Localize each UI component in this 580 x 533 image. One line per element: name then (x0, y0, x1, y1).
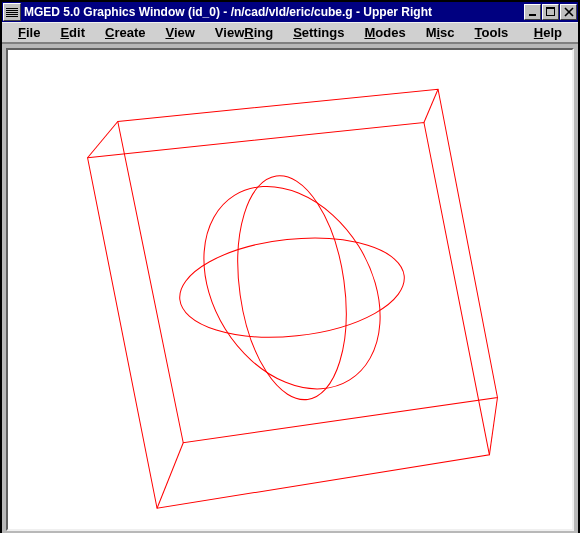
svg-rect-2 (6, 10, 18, 11)
menu-file[interactable]: File (8, 23, 50, 42)
svg-rect-8 (546, 7, 555, 9)
system-menu-icon[interactable] (3, 3, 21, 21)
menu-tools[interactable]: Tools (465, 23, 519, 42)
app-window: MGED 5.0 Graphics Window (id_0) - /n/cad… (0, 0, 580, 533)
svg-point-17 (168, 154, 417, 422)
title-view: Upper Right (363, 5, 432, 19)
title-sep2: - (353, 5, 364, 19)
menu-help[interactable]: Help (524, 23, 572, 42)
svg-rect-3 (6, 12, 18, 13)
menu-settings[interactable]: Settings (283, 23, 354, 42)
menu-misc[interactable]: Misc (416, 23, 465, 42)
svg-point-15 (175, 228, 409, 348)
title-path: /n/cad/vld/eric/cube.g (231, 5, 353, 19)
menu-edit[interactable]: Edit (50, 23, 95, 42)
title-sep1: - (220, 5, 231, 19)
svg-rect-1 (6, 8, 18, 9)
svg-point-16 (224, 169, 359, 407)
svg-rect-5 (6, 16, 18, 17)
menu-view[interactable]: View (155, 23, 204, 42)
window-title: MGED 5.0 Graphics Window (id_0) - /n/cad… (24, 5, 523, 19)
title-session: (id_0) (188, 5, 220, 19)
menu-modes[interactable]: Modes (354, 23, 415, 42)
svg-rect-6 (529, 14, 536, 16)
content-border (2, 44, 578, 533)
svg-line-11 (88, 122, 118, 158)
svg-line-14 (157, 443, 183, 508)
svg-line-12 (424, 89, 438, 122)
title-app: MGED 5.0 Graphics Window (24, 5, 185, 19)
minimize-button[interactable] (524, 4, 541, 20)
svg-rect-4 (6, 14, 18, 15)
svg-line-13 (489, 397, 497, 454)
menu-viewring[interactable]: ViewRing (205, 23, 283, 42)
menu-create[interactable]: Create (95, 23, 155, 42)
menubar: File Edit Create View ViewRing Settings … (2, 22, 578, 44)
window-controls (523, 4, 578, 20)
viewport-frame (6, 48, 574, 531)
graphics-viewport[interactable] (8, 50, 572, 529)
close-button[interactable] (560, 4, 577, 20)
svg-marker-10 (88, 123, 490, 509)
svg-marker-9 (118, 89, 498, 443)
maximize-button[interactable] (542, 4, 559, 20)
titlebar: MGED 5.0 Graphics Window (id_0) - /n/cad… (2, 2, 578, 22)
